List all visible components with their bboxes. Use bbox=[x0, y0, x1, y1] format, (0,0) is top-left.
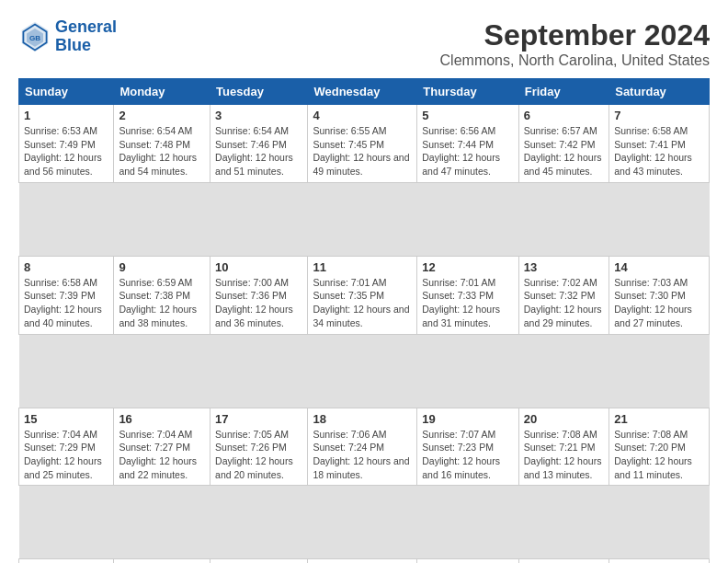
logo: GB General Blue bbox=[18, 18, 117, 55]
day-detail: Sunrise: 7:04 AMSunset: 7:27 PMDaylight:… bbox=[119, 429, 197, 480]
col-thursday: Thursday bbox=[417, 79, 519, 105]
title-area: September 2024 Clemmons, North Carolina,… bbox=[440, 18, 710, 69]
calendar-cell: 11 Sunrise: 7:01 AMSunset: 7:35 PMDaylig… bbox=[308, 256, 417, 334]
calendar-cell: 13 Sunrise: 7:02 AMSunset: 7:32 PMDaylig… bbox=[518, 256, 609, 334]
week-separator bbox=[19, 182, 710, 256]
week-separator bbox=[19, 486, 710, 559]
day-detail: Sunrise: 7:04 AMSunset: 7:29 PMDaylight:… bbox=[24, 429, 102, 480]
day-number: 11 bbox=[313, 260, 412, 274]
day-detail: Sunrise: 6:54 AMSunset: 7:48 PMDaylight:… bbox=[119, 125, 197, 177]
day-number: 20 bbox=[524, 412, 604, 426]
calendar-cell: 3 Sunrise: 6:54 AMSunset: 7:46 PMDayligh… bbox=[210, 105, 308, 183]
day-number: 14 bbox=[614, 260, 704, 274]
calendar-cell: 17 Sunrise: 7:05 AMSunset: 7:26 PMDaylig… bbox=[210, 408, 308, 486]
calendar-cell: 28 Sunrise: 7:14 AMSunset: 7:10 PMDaylig… bbox=[609, 559, 710, 563]
day-number: 5 bbox=[422, 109, 514, 122]
calendar-cell: 27 Sunrise: 7:13 AMSunset: 7:11 PMDaylig… bbox=[518, 559, 609, 563]
day-detail: Sunrise: 6:54 AMSunset: 7:46 PMDaylight:… bbox=[215, 125, 293, 177]
day-number: 19 bbox=[422, 412, 514, 426]
col-wednesday: Wednesday bbox=[308, 79, 417, 105]
day-number: 15 bbox=[24, 412, 108, 426]
calendar-cell: 1 Sunrise: 6:53 AMSunset: 7:49 PMDayligh… bbox=[19, 105, 114, 183]
calendar-cell: 20 Sunrise: 7:08 AMSunset: 7:21 PMDaylig… bbox=[518, 408, 609, 486]
calendar-cell: 19 Sunrise: 7:07 AMSunset: 7:23 PMDaylig… bbox=[417, 408, 519, 486]
day-number: 7 bbox=[614, 109, 704, 122]
calendar-table: Sunday Monday Tuesday Wednesday Thursday… bbox=[18, 78, 710, 563]
calendar-cell: 22 Sunrise: 7:09 AMSunset: 7:18 PMDaylig… bbox=[19, 559, 114, 563]
day-number: 17 bbox=[215, 412, 302, 426]
subtitle: Clemmons, North Carolina, United States bbox=[440, 52, 710, 69]
day-number: 9 bbox=[119, 260, 205, 274]
calendar-cell: 23 Sunrise: 7:10 AMSunset: 7:17 PMDaylig… bbox=[114, 559, 210, 563]
day-detail: Sunrise: 6:59 AMSunset: 7:38 PMDaylight:… bbox=[119, 277, 197, 328]
logo-text-general: General bbox=[55, 18, 117, 37]
day-number: 8 bbox=[24, 260, 108, 274]
day-detail: Sunrise: 6:55 AMSunset: 7:45 PMDaylight:… bbox=[313, 125, 409, 177]
separator-cell bbox=[19, 334, 710, 408]
week-row-1: 1 Sunrise: 6:53 AMSunset: 7:49 PMDayligh… bbox=[19, 105, 710, 183]
header-row: Sunday Monday Tuesday Wednesday Thursday… bbox=[19, 79, 710, 105]
logo-text-blue: Blue bbox=[55, 37, 117, 55]
day-number: 18 bbox=[313, 412, 412, 426]
day-detail: Sunrise: 7:08 AMSunset: 7:21 PMDaylight:… bbox=[524, 429, 602, 480]
col-friday: Friday bbox=[518, 79, 609, 105]
col-monday: Monday bbox=[114, 79, 210, 105]
day-detail: Sunrise: 7:02 AMSunset: 7:32 PMDaylight:… bbox=[524, 277, 602, 328]
logo-icon: GB bbox=[18, 20, 51, 53]
calendar-cell: 16 Sunrise: 7:04 AMSunset: 7:27 PMDaylig… bbox=[114, 408, 210, 486]
calendar-cell: 10 Sunrise: 7:00 AMSunset: 7:36 PMDaylig… bbox=[210, 256, 308, 334]
day-number: 13 bbox=[524, 260, 604, 274]
col-sunday: Sunday bbox=[19, 79, 114, 105]
day-number: 12 bbox=[422, 260, 514, 274]
day-number: 10 bbox=[215, 260, 302, 274]
separator-cell bbox=[19, 486, 710, 559]
calendar-cell: 6 Sunrise: 6:57 AMSunset: 7:42 PMDayligh… bbox=[518, 105, 609, 183]
day-detail: Sunrise: 6:58 AMSunset: 7:41 PMDaylight:… bbox=[614, 125, 692, 177]
day-detail: Sunrise: 7:06 AMSunset: 7:24 PMDaylight:… bbox=[313, 429, 409, 480]
calendar-cell: 5 Sunrise: 6:56 AMSunset: 7:44 PMDayligh… bbox=[417, 105, 519, 183]
week-row-3: 15 Sunrise: 7:04 AMSunset: 7:29 PMDaylig… bbox=[19, 408, 710, 486]
day-number: 16 bbox=[119, 412, 205, 426]
day-detail: Sunrise: 7:05 AMSunset: 7:26 PMDaylight:… bbox=[215, 429, 293, 480]
week-row-2: 8 Sunrise: 6:58 AMSunset: 7:39 PMDayligh… bbox=[19, 256, 710, 334]
col-saturday: Saturday bbox=[609, 79, 710, 105]
svg-text:GB: GB bbox=[29, 33, 40, 41]
day-number: 3 bbox=[215, 109, 302, 122]
calendar-cell: 14 Sunrise: 7:03 AMSunset: 7:30 PMDaylig… bbox=[609, 256, 710, 334]
calendar-cell: 15 Sunrise: 7:04 AMSunset: 7:29 PMDaylig… bbox=[19, 408, 114, 486]
calendar-cell: 26 Sunrise: 7:12 AMSunset: 7:13 PMDaylig… bbox=[417, 559, 519, 563]
header: GB General Blue September 2024 Clemmons,… bbox=[18, 18, 710, 69]
day-number: 1 bbox=[24, 109, 108, 122]
day-detail: Sunrise: 6:57 AMSunset: 7:42 PMDaylight:… bbox=[524, 125, 602, 177]
calendar-cell: 7 Sunrise: 6:58 AMSunset: 7:41 PMDayligh… bbox=[609, 105, 710, 183]
calendar-cell: 21 Sunrise: 7:08 AMSunset: 7:20 PMDaylig… bbox=[609, 408, 710, 486]
calendar-cell: 2 Sunrise: 6:54 AMSunset: 7:48 PMDayligh… bbox=[114, 105, 210, 183]
day-detail: Sunrise: 6:53 AMSunset: 7:49 PMDaylight:… bbox=[24, 125, 102, 177]
week-row-4: 22 Sunrise: 7:09 AMSunset: 7:18 PMDaylig… bbox=[19, 559, 710, 563]
calendar-cell: 4 Sunrise: 6:55 AMSunset: 7:45 PMDayligh… bbox=[308, 105, 417, 183]
calendar-cell: 25 Sunrise: 7:11 AMSunset: 7:14 PMDaylig… bbox=[308, 559, 417, 563]
day-number: 21 bbox=[614, 412, 704, 426]
calendar-cell: 8 Sunrise: 6:58 AMSunset: 7:39 PMDayligh… bbox=[19, 256, 114, 334]
week-separator bbox=[19, 334, 710, 408]
day-detail: Sunrise: 7:08 AMSunset: 7:20 PMDaylight:… bbox=[614, 429, 692, 480]
calendar-cell: 18 Sunrise: 7:06 AMSunset: 7:24 PMDaylig… bbox=[308, 408, 417, 486]
day-detail: Sunrise: 7:01 AMSunset: 7:33 PMDaylight:… bbox=[422, 277, 500, 328]
col-tuesday: Tuesday bbox=[210, 79, 308, 105]
day-number: 4 bbox=[313, 109, 412, 122]
day-number: 6 bbox=[524, 109, 604, 122]
day-detail: Sunrise: 6:58 AMSunset: 7:39 PMDaylight:… bbox=[24, 277, 102, 328]
calendar-cell: 9 Sunrise: 6:59 AMSunset: 7:38 PMDayligh… bbox=[114, 256, 210, 334]
separator-cell bbox=[19, 182, 710, 256]
calendar-cell: 12 Sunrise: 7:01 AMSunset: 7:33 PMDaylig… bbox=[417, 256, 519, 334]
day-detail: Sunrise: 7:07 AMSunset: 7:23 PMDaylight:… bbox=[422, 429, 500, 480]
main-title: September 2024 bbox=[440, 18, 710, 52]
day-detail: Sunrise: 7:00 AMSunset: 7:36 PMDaylight:… bbox=[215, 277, 293, 328]
day-detail: Sunrise: 7:03 AMSunset: 7:30 PMDaylight:… bbox=[614, 277, 692, 328]
day-detail: Sunrise: 7:01 AMSunset: 7:35 PMDaylight:… bbox=[313, 277, 409, 328]
day-detail: Sunrise: 6:56 AMSunset: 7:44 PMDaylight:… bbox=[422, 125, 500, 177]
calendar-cell: 24 Sunrise: 7:11 AMSunset: 7:16 PMDaylig… bbox=[210, 559, 308, 563]
day-number: 2 bbox=[119, 109, 205, 122]
